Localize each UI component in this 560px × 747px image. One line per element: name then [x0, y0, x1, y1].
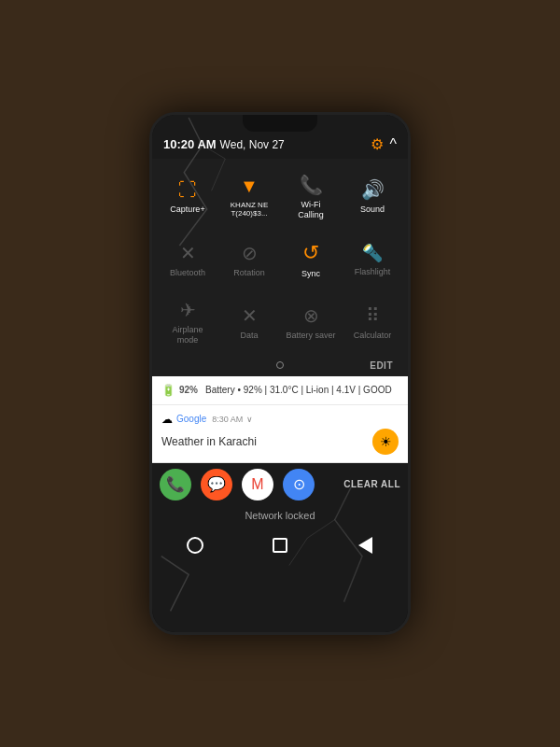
- network-locked-label: Network locked: [152, 506, 408, 525]
- status-time: 10:20 AM: [163, 137, 217, 151]
- qs-label-sound: Sound: [360, 204, 385, 215]
- qs-label-data: Data: [240, 331, 258, 341]
- screen: 10:20 AM Wed, Nov 27 ⚙ ^ ⛶ Capture+ ▼ KH…: [152, 115, 408, 632]
- phone: 10:20 AM Wed, Nov 27 ⚙ ^ ⛶ Capture+ ▼ KH…: [149, 112, 411, 635]
- nav-back-button[interactable]: [352, 532, 378, 558]
- battery-icon: 🔋: [161, 384, 175, 397]
- google-notif-time: 8:30 AM: [212, 415, 243, 424]
- qs-tile-rotation[interactable]: ⊘ Rotation: [221, 233, 277, 287]
- qs-label-battery-saver: Battery saver: [286, 331, 335, 341]
- airplane-icon: ✈: [180, 299, 196, 321]
- data-icon: ✕: [242, 304, 258, 327]
- battery-saver-icon: ⊗: [303, 304, 319, 327]
- qs-label-capture: Capture+: [170, 204, 204, 215]
- wifi-icon: ▼: [240, 176, 259, 197]
- sync-icon: ↺: [302, 241, 319, 265]
- qs-tile-wifi[interactable]: ▼ KHANZ NE T(240)$3...: [221, 166, 277, 228]
- qs-tile-airplane[interactable]: ✈ Airplane mode: [160, 291, 216, 353]
- flashlight-icon: 🔦: [362, 243, 383, 263]
- google-source-label: Google: [176, 414, 206, 424]
- qs-label-sync: Sync: [301, 269, 320, 279]
- qs-tile-flashlight[interactable]: 🔦 Flashlight: [344, 233, 400, 287]
- recents-square-icon: [273, 538, 287, 553]
- notifications-area: 🔋 92% Battery • 92% | 31.0°C | Li-ion | …: [152, 376, 408, 463]
- qs-tile-wifi-calling[interactable]: 📞 Wi-FiCalling: [283, 166, 339, 228]
- qs-label-flashlight: Flashlight: [355, 267, 391, 277]
- qs-edit-button[interactable]: EDIT: [370, 360, 393, 371]
- cloud-icon: ☁: [161, 413, 173, 426]
- nav-home-button[interactable]: [182, 532, 208, 558]
- qs-tile-sync[interactable]: ↺ Sync: [283, 233, 339, 287]
- dock-icons: 📞 💬 M ⊙: [160, 469, 315, 500]
- dock-gmail-app[interactable]: M: [242, 469, 273, 500]
- qs-page-dot: [276, 361, 284, 369]
- wifi-calling-icon: 📞: [300, 174, 323, 196]
- qs-tile-calculator[interactable]: ⠿ Calculator: [344, 291, 400, 353]
- qs-tile-bluetooth[interactable]: ✕ Bluetooth: [160, 233, 216, 287]
- battery-details: Battery • 92% | 31.0°C | Li-ion | 4.1V |…: [205, 385, 392, 395]
- qs-label-calculator: Calculator: [354, 331, 392, 341]
- qs-tile-sound[interactable]: 🔊 Sound: [344, 166, 400, 228]
- nav-bar: [152, 525, 408, 570]
- qs-nav-row: EDIT: [160, 357, 400, 373]
- nav-recents-button[interactable]: [267, 532, 293, 558]
- notif-battery[interactable]: 🔋 92% Battery • 92% | 31.0°C | Li-ion | …: [152, 376, 408, 405]
- weather-sun-icon: ☀: [372, 429, 399, 455]
- qs-tile-data[interactable]: ✕ Data: [221, 291, 277, 353]
- qs-label-airplane: Airplane mode: [161, 325, 214, 345]
- dock-phone-app[interactable]: 📞: [160, 469, 191, 500]
- quick-settings-grid: ⛶ Capture+ ▼ KHANZ NE T(240)$3... 📞 Wi-F…: [160, 166, 400, 353]
- bluetooth-icon: ✕: [180, 242, 196, 264]
- qs-label-wifi: KHANZ NE T(240)$3...: [223, 201, 275, 218]
- settings-icon[interactable]: ⚙: [371, 135, 384, 153]
- notch: [243, 115, 317, 132]
- rotation-icon: ⊘: [242, 242, 258, 264]
- google-chevron-icon: ∨: [246, 415, 253, 424]
- capture-icon: ⛶: [178, 179, 197, 201]
- qs-tile-battery-saver[interactable]: ⊗ Battery saver: [283, 291, 339, 353]
- qs-label-rotation: Rotation: [233, 268, 265, 278]
- chevron-up-icon[interactable]: ^: [389, 136, 397, 153]
- quick-settings-panel: ⛶ Capture+ ▼ KHANZ NE T(240)$3... 📞 Wi-F…: [152, 159, 408, 376]
- clear-all-button[interactable]: CLEAR ALL: [343, 479, 400, 489]
- sound-icon: 🔊: [361, 178, 385, 201]
- dock-chrome-app[interactable]: ⊙: [283, 469, 315, 500]
- notif-google-weather[interactable]: ☁ Google 8:30 AM ∨ Weather in Karachi ☀: [152, 405, 408, 463]
- qs-label-wifi-calling: Wi-FiCalling: [298, 200, 324, 220]
- dock-messages-app[interactable]: 💬: [201, 469, 232, 500]
- back-triangle-icon: [358, 537, 372, 554]
- home-circle-icon: [187, 537, 203, 554]
- calculator-icon: ⠿: [366, 304, 380, 327]
- weather-title: Weather in Karachi: [161, 435, 257, 448]
- battery-percent-label: 92%: [179, 385, 198, 395]
- qs-label-bluetooth: Bluetooth: [170, 268, 205, 278]
- status-date: Wed, Nov 27: [220, 138, 285, 151]
- dock-area: 📞 💬 M ⊙ CLEAR ALL: [152, 463, 408, 506]
- qs-tile-capture[interactable]: ⛶ Capture+: [160, 166, 216, 228]
